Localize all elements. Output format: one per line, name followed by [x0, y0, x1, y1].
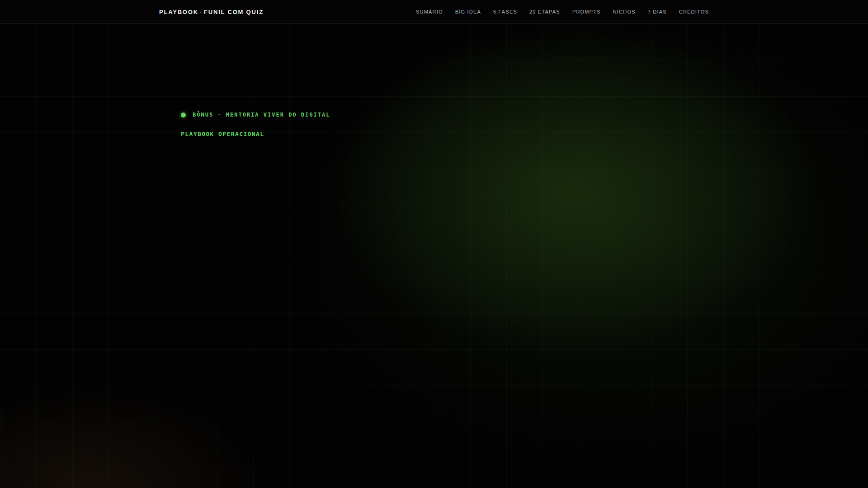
nav-link-5-fases[interactable]: 5 FASES [493, 9, 517, 14]
nav-link-creditos[interactable]: CRÉDITOS [679, 9, 709, 14]
nav-link-sumario[interactable]: SUMÁRIO [416, 9, 443, 14]
nav-link-7-dias[interactable]: 7 DIAS [648, 9, 667, 14]
hero-section: BÔNUS · MENTORIA VIVER DO DIGITAL PLAYBO… [0, 24, 868, 488]
logo-part2: FUNIL COM QUIZ [204, 9, 264, 15]
green-status-dot-icon [181, 113, 186, 117]
hero-eyebrow-row: BÔNUS · MENTORIA VIVER DO DIGITAL [181, 112, 687, 118]
nav-link-big-idea[interactable]: BIG IDEA [455, 9, 481, 14]
main-nav: SUMÁRIO BIG IDEA 5 FASES 20 ETAPAS PROMP… [416, 9, 709, 14]
site-logo[interactable]: PLAYBOOK·FUNIL COM QUIZ [159, 9, 264, 15]
hero-title: PLAYBOOK OPERACIONAL [181, 131, 687, 137]
nav-link-prompts[interactable]: PROMPTS [572, 9, 601, 14]
header-container: PLAYBOOK·FUNIL COM QUIZ SUMÁRIO BIG IDEA… [159, 9, 709, 15]
hero-eyebrow: BÔNUS · MENTORIA VIVER DO DIGITAL [193, 112, 330, 118]
logo-part1: PLAYBOOK [159, 9, 198, 15]
logo-separator-dot: · [198, 9, 204, 15]
hero-content: BÔNUS · MENTORIA VIVER DO DIGITAL PLAYBO… [181, 24, 687, 137]
nav-link-20-etapas[interactable]: 20 ETAPAS [529, 9, 560, 14]
top-nav-bar: PLAYBOOK·FUNIL COM QUIZ SUMÁRIO BIG IDEA… [0, 0, 868, 24]
nav-link-nichos[interactable]: NICHOS [613, 9, 636, 14]
